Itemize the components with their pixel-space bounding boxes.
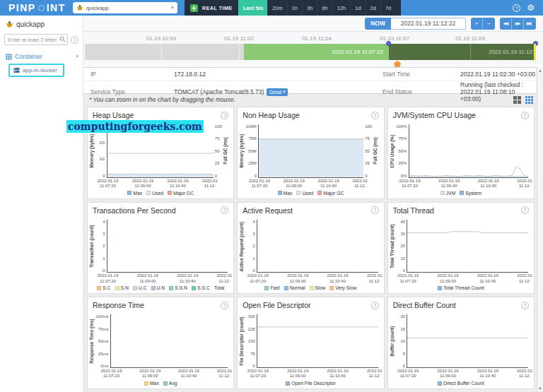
timeline-marker-icon[interactable] bbox=[394, 61, 401, 67]
x-axis-tick: 2022.01.1911:09:00 bbox=[287, 369, 308, 379]
range-button[interactable]: 1h bbox=[287, 0, 302, 16]
now-button[interactable]: NOW bbox=[365, 18, 391, 30]
time-controls-row: NOW + − ◀◀ ▶▶ ▶▶▏ bbox=[83, 16, 543, 32]
chevron-down-icon[interactable]: ▾ bbox=[76, 54, 78, 59]
x-axis-ticks: 2022.01.1911:07:202022.01.1911:09:002022… bbox=[399, 179, 532, 189]
chart-title: Response Time bbox=[93, 301, 144, 309]
zoom-in-button[interactable]: + bbox=[471, 18, 483, 30]
legend-swatch bbox=[284, 286, 288, 290]
chart-help-icon[interactable]: ? bbox=[221, 206, 228, 214]
x-axis-tick: 2022.01.1911:09:00 bbox=[438, 369, 459, 379]
legend-item: U.N bbox=[151, 285, 165, 290]
legend-item: Max bbox=[144, 381, 159, 386]
x-axis-tick: 2022.01.1911:10:40 bbox=[478, 179, 499, 189]
range-button[interactable]: 2d bbox=[366, 0, 380, 16]
chart-plot[interactable]: 2022.01.1911:07:202022.01.1911:09:002022… bbox=[407, 220, 528, 273]
range-button[interactable]: Last 5m bbox=[238, 0, 267, 16]
grid-3x3-view-icon[interactable] bbox=[525, 96, 533, 104]
realtime-button[interactable]: REAL TIME bbox=[202, 5, 233, 11]
application-selector[interactable]: quickapp ▾ bbox=[73, 2, 177, 13]
chart-help-icon[interactable]: ? bbox=[371, 302, 379, 309]
step-forward-button[interactable]: ▶▶ bbox=[512, 18, 524, 30]
x-axis-tick: 2022.01.1911:07:20 bbox=[399, 179, 421, 189]
search-input[interactable] bbox=[4, 34, 68, 45]
x-axis-tick: 2022.0111:12: bbox=[517, 369, 532, 379]
x-axis-tick: 2022.01.1911:07:20 bbox=[98, 273, 119, 283]
y-axis-ticks: 100ms75ms50ms25ms0ms bbox=[95, 314, 110, 368]
x-axis-tick: 2022.01.1911:09:00 bbox=[287, 273, 308, 283]
y-axis-ticks: 43210 bbox=[245, 220, 257, 273]
logo-text-left: PINP bbox=[8, 2, 36, 13]
x-axis-ticks: 2022.01.1911:07:202022.01.1911:09:002022… bbox=[397, 369, 532, 379]
chart-plot[interactable]: 2022.01.1911:07:202022.01.1911:09:002022… bbox=[257, 220, 378, 273]
sidebar-group-container[interactable]: Container ▾ bbox=[0, 49, 83, 64]
x-axis-tick: 2022.01.1911:07:20 bbox=[249, 179, 270, 189]
gear-icon[interactable]: ⚙ bbox=[527, 4, 535, 12]
chart-help-icon[interactable]: ? bbox=[521, 112, 529, 119]
timeline[interactable]: 01.19 10:59 01.19 11:02 01.19 11:04 01.1… bbox=[83, 32, 543, 67]
timeline-bar[interactable]: 2022.01.19 11:07:22 2022.01.19 11:12:22 bbox=[85, 44, 536, 60]
x-axis-tick: 2022.01.1911:07:20 bbox=[397, 273, 419, 283]
zoom-hint-note: * You can zoom in on the chart by draggi… bbox=[89, 96, 513, 103]
chart-help-icon[interactable]: ? bbox=[221, 302, 228, 309]
chart-help-icon[interactable]: ? bbox=[371, 112, 379, 119]
chart-help-icon[interactable]: ? bbox=[521, 302, 529, 309]
scroll-up-icon[interactable]: ▲ bbox=[538, 67, 542, 74]
chart-series-svg bbox=[259, 124, 363, 177]
range-button[interactable]: 1d bbox=[350, 0, 365, 16]
y-axis-ticks: 100M75M50M25M0 bbox=[245, 124, 258, 178]
chart-help-icon[interactable]: ? bbox=[221, 112, 228, 119]
legend-swatch bbox=[97, 286, 101, 290]
help-icon[interactable]: ? bbox=[513, 4, 520, 12]
legend-swatch bbox=[278, 191, 282, 195]
legend-swatch bbox=[169, 286, 173, 290]
chart-legend: MaxUsedMajor GC bbox=[88, 190, 233, 198]
chart-plot[interactable]: 2022.01.1911:07:202022.01.1911:09:002022… bbox=[407, 314, 528, 368]
chart-title: Non Heap Usage bbox=[243, 111, 300, 119]
legend-item: Slow bbox=[310, 285, 326, 290]
legend-swatch bbox=[310, 286, 314, 290]
chart-help-icon[interactable]: ? bbox=[371, 206, 379, 214]
legend-swatch bbox=[133, 286, 137, 290]
vertical-scrollbar[interactable]: ▲ ▼ bbox=[537, 67, 543, 392]
right-axis-label: Full GC (ms) bbox=[223, 124, 228, 178]
chart-plot[interactable]: 2022.01.1911:07:202022.01.1911:09:002022… bbox=[409, 124, 528, 178]
chart-plot[interactable]: 2022.01.1911:07:202022.01.1911:09:002022… bbox=[107, 220, 228, 273]
chart-card: Open File Descriptor ? File Descriptor (… bbox=[237, 297, 384, 389]
timeline-cursor[interactable] bbox=[534, 44, 536, 60]
chart-help-icon[interactable]: ? bbox=[521, 206, 529, 214]
timeline-selection[interactable]: 2022.01.19 11:12:22 bbox=[389, 44, 536, 60]
scroll-down-icon[interactable]: ▼ bbox=[538, 385, 542, 392]
step-back-button[interactable]: ◀◀ bbox=[500, 18, 512, 30]
grid-2x2-view-icon[interactable] bbox=[513, 96, 521, 104]
jump-latest-button[interactable]: ▶▶▏ bbox=[524, 18, 536, 30]
range-button[interactable]: 7d bbox=[380, 0, 395, 16]
search-help-icon[interactable]: ? bbox=[71, 36, 78, 44]
chart-legend: MaxUsedMajor GC bbox=[238, 190, 383, 198]
legend-swatch bbox=[438, 381, 442, 386]
datetime-input[interactable] bbox=[391, 18, 466, 30]
legend-swatch bbox=[438, 286, 442, 290]
legend-swatch bbox=[264, 286, 269, 290]
logo-pin-icon bbox=[38, 5, 45, 11]
range-button[interactable]: 6h bbox=[317, 0, 332, 16]
y-axis-ticks: 403020100 bbox=[395, 220, 407, 273]
legend-swatch bbox=[440, 191, 445, 195]
zoom-out-button[interactable]: − bbox=[483, 18, 495, 30]
sidebar-item-app-in-docker[interactable]: app-in-docker bbox=[8, 64, 64, 77]
calendar-icon[interactable] bbox=[190, 4, 198, 12]
chart-plot[interactable]: 2022.01.1911:07:202022.01.1911:09:002022… bbox=[110, 314, 228, 368]
chart-title: Active Request bbox=[243, 206, 293, 215]
x-axis-ticks: 2022.01.1911:07:202022.01.1911:09:002022… bbox=[101, 369, 233, 379]
range-button[interactable]: 3h bbox=[302, 0, 317, 16]
legend-item: Max bbox=[278, 191, 293, 196]
chart-card: Transactions Per Second ? Transaction (c… bbox=[87, 202, 234, 295]
time-range-buttons: Last 5m20m1h3h6h12h1d2d7d bbox=[238, 0, 396, 16]
y-axis-ticks: 20151050 bbox=[395, 314, 407, 368]
range-button[interactable]: 20m bbox=[267, 0, 287, 16]
range-button[interactable]: 12h bbox=[332, 0, 351, 16]
timeline-range-start: 2022.01.19 11:07:22 bbox=[332, 49, 389, 55]
chart-plot[interactable]: 2022.01.1911:07:202022.01.1911:09:002022… bbox=[258, 124, 363, 178]
chart-plot[interactable]: 2022.01.1911:07:202022.01.1911:09:002022… bbox=[257, 314, 378, 368]
selection-handle-left[interactable] bbox=[386, 41, 391, 46]
